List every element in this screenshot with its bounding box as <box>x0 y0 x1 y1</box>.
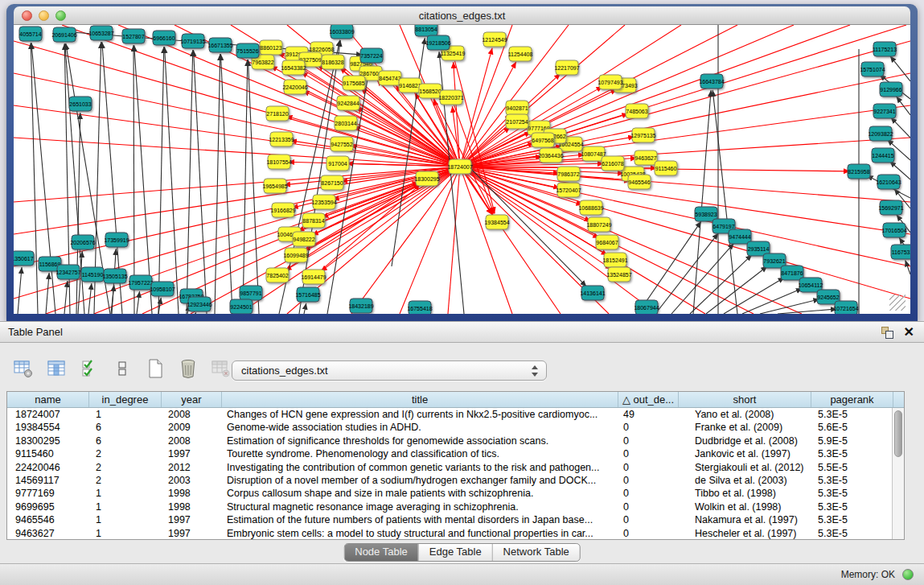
graph-node-label: 10721654 <box>833 306 858 311</box>
graph-node-label: 9684067 <box>596 240 618 245</box>
column-header-title[interactable]: title <box>222 392 618 407</box>
column-header-in_degree[interactable]: in_degree <box>89 392 162 407</box>
graph-node-label: 11175213 <box>873 47 897 52</box>
table-row[interactable]: 1456911722003Disruption of a novel membe… <box>7 474 904 487</box>
table-toolbar: f(x) <box>13 356 265 381</box>
table-cell: Investigating the contribution of common… <box>222 461 618 474</box>
table-cell: Structural magnetic resonance image aver… <box>222 501 618 513</box>
graph-edge <box>14 168 452 266</box>
graph-node-label: 19166829 <box>270 208 295 213</box>
graph-node-label: 9402871 <box>506 105 528 111</box>
graph-node-label: 1568520 <box>419 89 441 94</box>
table-panel: Table Panel ✕ f(x) citations_edges.txt <box>0 321 924 563</box>
graph-edge <box>890 56 910 81</box>
graph-node-label: 11325419 <box>441 51 466 56</box>
table-row[interactable]: 946554611997Estimation of the future num… <box>7 513 904 526</box>
graph-node-label: 12217097 <box>554 65 579 71</box>
window-resize-grip[interactable] <box>889 295 906 311</box>
tab-network-table[interactable]: Network Table <box>492 544 580 561</box>
table-row[interactable]: 946362711997Embryonic stem cells: a mode… <box>7 527 904 540</box>
graph-node-label: 13524857 <box>606 272 631 278</box>
graph-edge <box>14 169 452 299</box>
graph-node-label: 20206576 <box>70 240 95 245</box>
graph-node-label: 9115460 <box>655 166 677 171</box>
tab-node-table[interactable]: Node Table <box>344 544 418 561</box>
import-table-icon[interactable] <box>211 358 232 379</box>
graph-node-label: 19218506 <box>425 40 450 46</box>
new-table-icon[interactable] <box>145 358 166 379</box>
table-cell: 0 <box>618 474 679 487</box>
table-cell: 2008 <box>162 408 222 421</box>
table-scrollbar-thumb[interactable] <box>894 410 902 457</box>
graph-node-label: 16643784 <box>699 79 724 84</box>
graph-node-label: 18067944 <box>634 305 659 311</box>
graph-node-label: 12093822 <box>868 131 893 137</box>
graph-node-label: 7963822 <box>252 60 273 65</box>
float-panel-icon[interactable] <box>881 327 893 339</box>
graph-node-label: 6966160 <box>153 35 175 41</box>
graph-node-label: 18226058 <box>309 47 334 52</box>
column-visibility-icon[interactable] <box>46 358 67 379</box>
table-scrollbar[interactable] <box>892 408 904 539</box>
table-cell: 1997 <box>162 447 222 460</box>
table-row[interactable]: 1872400712008Changes of HCN gene express… <box>7 408 904 421</box>
table-cell: 1 <box>89 487 162 500</box>
table-cell: 0 <box>618 487 679 500</box>
column-header-short[interactable]: short <box>679 392 811 407</box>
graph-node-label: 12975135 <box>630 133 655 138</box>
graph-node-label: 16543382 <box>281 65 306 71</box>
table-cell: 18724007 <box>7 408 89 421</box>
table-row[interactable]: 977716911998Corpus callosum shape and si… <box>7 487 904 500</box>
table-cell: Nakamura et al. (1997) <box>679 513 811 526</box>
graph-node-label: 18807249 <box>586 222 611 228</box>
table-cell: de Silva et al. (2003) <box>679 474 811 487</box>
table-cell: 1 <box>89 527 162 540</box>
graph-node-label: 9146821 <box>399 83 421 89</box>
table-row[interactable]: 911546021997Tourette syndrome. Phenomeno… <box>7 447 904 460</box>
graph-node-label: 9175685 <box>343 80 364 86</box>
graph-node-label: 7485063 <box>626 109 647 114</box>
graph-node-label: 18152491 <box>602 257 627 263</box>
table-type-tabs: Node TableEdge TableNetwork Table <box>343 543 581 562</box>
graph-node-label: 2107254 <box>506 119 528 125</box>
graph-node-label: 9857791 <box>240 290 261 296</box>
graph-edge <box>158 47 164 314</box>
table-cell: 22420046 <box>7 461 89 474</box>
table-cell: 18300295 <box>7 435 89 447</box>
column-header-pagerank[interactable]: pagerank <box>811 392 893 407</box>
table-selector-value: citations_edges.txt <box>241 365 328 377</box>
column-header-out_de[interactable]: △ out_de... <box>618 392 679 407</box>
network-canvas[interactable]: 1872400718300295886012339129541822605893… <box>14 25 910 314</box>
table-row[interactable]: 1830029562008Estimation of significance … <box>7 435 904 447</box>
tab-edge-table[interactable]: Edge Table <box>418 544 492 561</box>
table-row[interactable]: 2242004622012Investigating the contribut… <box>7 461 904 474</box>
column-header-name[interactable]: name <box>7 392 89 407</box>
table-cell: Estimation of the future numbers of pati… <box>222 513 618 526</box>
network-window-titlebar[interactable]: citations_edges.txt <box>14 6 910 25</box>
graph-node-label: 16210643 <box>876 179 901 185</box>
graph-node-label: 8813054 <box>415 27 437 32</box>
row-height-icon[interactable] <box>112 358 133 379</box>
close-panel-icon[interactable]: ✕ <box>904 324 914 340</box>
table-settings-icon[interactable] <box>13 358 34 379</box>
graph-node-label: 2651033 <box>69 101 91 107</box>
graph-node-label: 15751074 <box>860 67 885 72</box>
table-row[interactable]: 969969511998Structural magnetic resonanc… <box>7 501 904 513</box>
graph-edge <box>111 285 114 314</box>
row-selection-icon[interactable] <box>79 358 100 379</box>
graph-node-label: 11254408 <box>508 51 533 57</box>
table-row[interactable]: 1938455462009Genome-wide association stu… <box>7 421 904 434</box>
delete-table-icon[interactable] <box>178 358 199 379</box>
table-cell: 5.3E-5 <box>811 527 893 540</box>
column-header-year[interactable]: year <box>162 392 222 407</box>
graph-node-label: 5938923 <box>695 212 717 217</box>
graph-node-label: 7986372 <box>557 171 579 177</box>
table-cell: 5.3E-5 <box>811 408 893 421</box>
combo-stepper-icon <box>532 365 539 377</box>
graph-node-label: 9465546 <box>628 179 650 185</box>
table-cell: Disruption of a novel member of a sodium… <box>222 474 618 487</box>
table-cell: Corpus callosum shape and size in male p… <box>222 487 618 500</box>
graph-node-label: 12353594 <box>311 200 336 205</box>
table-selector[interactable]: citations_edges.txt <box>232 360 547 381</box>
table-cell: 6 <box>89 435 162 447</box>
